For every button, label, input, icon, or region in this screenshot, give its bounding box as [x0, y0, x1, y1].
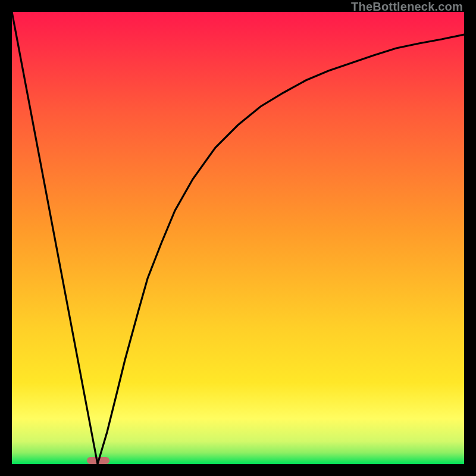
plot-area	[12, 12, 464, 464]
watermark-text: TheBottleneck.com	[351, 0, 463, 14]
gradient-background	[12, 12, 464, 464]
chart-svg	[12, 12, 464, 464]
chart-frame: TheBottleneck.com	[0, 0, 476, 476]
